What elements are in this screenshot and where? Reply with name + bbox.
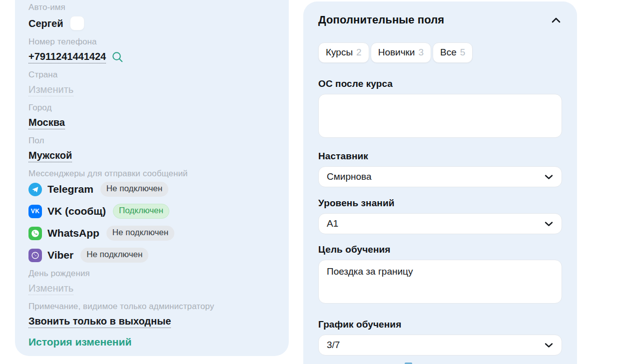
field-label: ОС после курса (318, 78, 562, 89)
phone-search-button[interactable] (112, 51, 123, 63)
field-phone: Номер телефона +7911241441424 (28, 37, 275, 63)
admin-note-value[interactable]: Звонить только в выходные (28, 315, 171, 328)
messenger-status-badge: Не подключен (106, 226, 174, 241)
select-value: A1 (327, 218, 338, 229)
contact-card-panel: Авто-имя Сергей Номер телефона +79112414… (15, 0, 289, 356)
messenger-row-viber: Viber Не подключен (28, 248, 275, 262)
gender-label: Пол (28, 136, 275, 145)
field-label: Наставник (318, 151, 562, 162)
auto-name-value[interactable]: Сергей (28, 17, 63, 29)
auto-name-checkbox[interactable] (70, 16, 84, 30)
messenger-status-badge: Не подключен (80, 248, 148, 263)
os-posle-kursa-textarea[interactable] (318, 94, 562, 138)
field-label: Цель обучения (318, 244, 562, 255)
field-admin-note: Примечание, видимое только администратор… (28, 302, 275, 328)
messengers-label: Мессенджеры для отправки сообщений (28, 169, 275, 178)
field-city: Город Москва (28, 103, 275, 129)
field-os-posle-kursa: ОС после курса (318, 78, 562, 140)
collapse-button[interactable] (550, 13, 562, 28)
field-label: Уровень знаний (318, 198, 562, 209)
messengers-section: Мессенджеры для отправки сообщений Teleg… (28, 169, 275, 262)
tab-kursy[interactable]: Курсы 2 (318, 42, 369, 63)
messenger-row-vk: VK VK (сообщ) Подключен (28, 204, 275, 218)
country-edit-link[interactable]: Изменить (28, 83, 73, 96)
whatsapp-icon (28, 227, 42, 240)
messenger-name: VK (сообщ) (47, 205, 106, 218)
auto-name-label: Авто-имя (28, 2, 275, 12)
messenger-row-telegram: Telegram Не подключен (28, 182, 275, 196)
chevron-down-icon (545, 343, 553, 348)
tab-label: Новички (378, 47, 415, 58)
phone-label: Номер телефона (28, 37, 275, 46)
search-icon (112, 51, 123, 63)
tab-label: Курсы (326, 47, 353, 58)
tab-vse[interactable]: Все 5 (433, 42, 473, 63)
messenger-status-badge: Не подключен (100, 182, 168, 197)
panel-title: Дополнительные поля (318, 13, 444, 26)
tab-count: 3 (418, 47, 424, 58)
birthday-edit-link[interactable]: Изменить (28, 282, 73, 295)
grafik-obucheniya-select[interactable]: 3/7 (318, 335, 562, 356)
tab-count: 2 (356, 47, 362, 58)
messenger-name: Viber (47, 249, 73, 262)
uroven-znaniy-select[interactable]: A1 (318, 213, 562, 234)
field-nastavnik: Наставник Смирнова (318, 151, 562, 187)
field-gender: Пол Мужской (28, 136, 275, 162)
messenger-status-badge: Подключен (113, 204, 169, 219)
chevron-down-icon (545, 174, 553, 180)
vk-icon: VK (28, 205, 42, 218)
select-value: 3/7 (327, 340, 340, 351)
messenger-row-whatsapp: WhatsApp Не подключен (28, 226, 275, 240)
city-label: Город (28, 103, 275, 112)
gender-value[interactable]: Мужской (28, 149, 72, 162)
messenger-name: WhatsApp (47, 227, 99, 240)
field-group-tabs: Курсы 2 Новички 3 Все 5 (318, 42, 562, 63)
nastavnik-select[interactable]: Смирнова (318, 166, 562, 187)
tab-label: Все (440, 47, 457, 58)
chevron-up-icon (551, 17, 561, 23)
phone-value[interactable]: +7911241441424 (28, 50, 106, 63)
field-country: Страна Изменить (28, 70, 275, 96)
field-auto-name: Авто-имя Сергей (28, 2, 275, 30)
additional-fields-panel: Дополнительные поля Курсы 2 Новички 3 Вс… (303, 1, 577, 364)
admin-note-label: Примечание, видимое только администратор… (28, 302, 275, 311)
additional-fields-header: Дополнительные поля (318, 13, 562, 28)
select-value: Смирнова (327, 171, 371, 182)
viber-icon (28, 249, 42, 262)
chevron-down-icon (545, 221, 553, 227)
tsel-obucheniya-textarea[interactable]: Поездка за границу (318, 260, 562, 304)
field-label: График обучения (318, 319, 562, 330)
field-birthday: День рождения Изменить (28, 269, 275, 295)
city-value[interactable]: Москва (28, 116, 65, 129)
field-tsel-obucheniya: Цель обучения Поездка за границу (318, 244, 562, 306)
field-grafik-obucheniya: График обучения 3/7 (318, 319, 562, 356)
history-link[interactable]: История изменений (28, 336, 131, 348)
country-label: Страна (28, 70, 275, 79)
messenger-name: Telegram (47, 183, 93, 196)
field-uroven-znaniy: Уровень знаний A1 (318, 198, 562, 234)
tab-count: 5 (460, 47, 466, 58)
birthday-label: День рождения (28, 269, 275, 278)
tab-novichki[interactable]: Новички 3 (371, 42, 431, 63)
telegram-icon (28, 183, 42, 196)
